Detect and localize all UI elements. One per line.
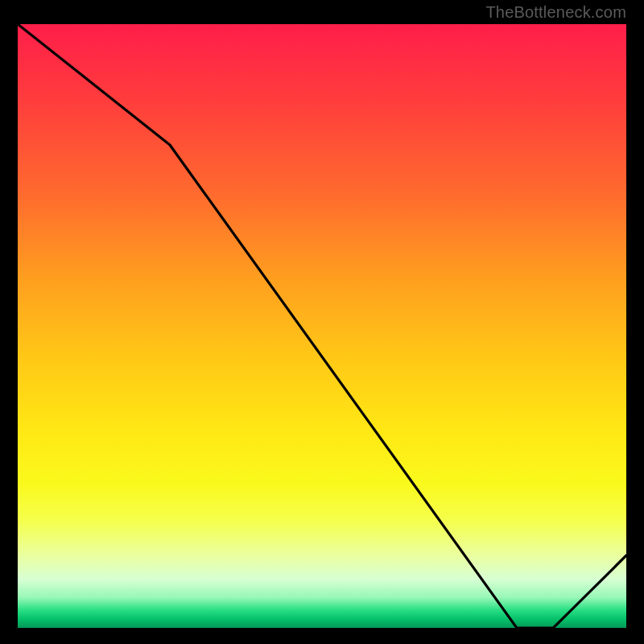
plot-area — [18, 24, 626, 628]
curve-path — [18, 24, 626, 628]
bottleneck-curve — [18, 24, 626, 628]
watermark-text: TheBottleneck.com — [485, 3, 626, 22]
chart-frame: TheBottleneck.com — [0, 0, 644, 644]
